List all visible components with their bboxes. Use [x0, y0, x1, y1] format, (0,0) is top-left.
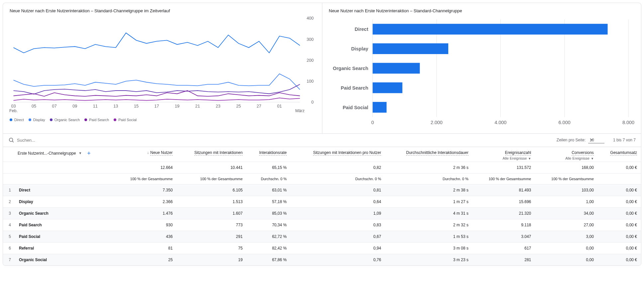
- svg-text:07: 07: [52, 104, 57, 109]
- col-neue-nutzer[interactable]: ↓Neue Nutzer: [114, 147, 177, 162]
- svg-text:21: 21: [195, 104, 200, 109]
- search-icon: [8, 137, 14, 143]
- row-name: Direct: [15, 184, 114, 196]
- bar-chart-panel: Neue Nutzer nach Erste Nutzerinteraktion…: [322, 3, 641, 133]
- svg-text:03: 03: [11, 104, 16, 109]
- svg-text:23: 23: [216, 104, 220, 109]
- col-umsatz[interactable]: Gesamtumsatz: [598, 147, 641, 162]
- svg-text:Paid Search: Paid Search: [341, 85, 368, 91]
- svg-text:15: 15: [134, 104, 139, 109]
- row-index: 4: [3, 219, 15, 231]
- svg-rect-32: [373, 24, 607, 35]
- dimension-selector[interactable]: Erste Nutzerint...-Channelgruppe: [18, 151, 76, 156]
- row-name: Organic Search: [15, 207, 114, 219]
- svg-text:400: 400: [307, 16, 314, 21]
- svg-text:25: 25: [236, 104, 241, 109]
- add-dimension-button[interactable]: +: [87, 150, 91, 156]
- line-chart[interactable]: 0100200300400030507091113151719212325270…: [10, 16, 315, 115]
- svg-text:Paid Social: Paid Social: [343, 105, 368, 110]
- col-dauer[interactable]: Durchschnittliche Interaktionsdauer: [385, 147, 473, 162]
- search-input[interactable]: [17, 138, 554, 143]
- totals-row: 12.664 10.441 65,15 % 0,82 2 m 36 s 131.…: [3, 162, 641, 173]
- legend-item[interactable]: Display: [29, 118, 45, 122]
- chevron-down-icon: ▼: [78, 151, 82, 155]
- sort-descending-icon: ↓: [147, 150, 149, 155]
- legend-item[interactable]: Paid Social: [114, 118, 137, 122]
- row-name: Paid Search: [15, 219, 114, 231]
- legend-item[interactable]: Paid Search: [84, 118, 109, 122]
- row-index: 2: [3, 196, 15, 207]
- svg-rect-36: [373, 63, 420, 73]
- table-row[interactable]: 4Paid Search93077370,34 %0,832 m 32 s9.1…: [3, 219, 641, 231]
- table-row[interactable]: 6Referral817582,42 %0,943 m 08 s6170,000…: [3, 242, 641, 254]
- svg-text:0: 0: [311, 100, 314, 105]
- svg-text:0: 0: [371, 120, 374, 125]
- row-index: 6: [3, 242, 15, 254]
- col-sitzungen[interactable]: Sitzungen mit Interaktionen: [177, 147, 247, 162]
- table-row[interactable]: 5Paid Social43629162,72 %0,671 m 53 s3.0…: [3, 231, 641, 242]
- chevron-down-icon: ▼: [528, 157, 531, 160]
- legend-item[interactable]: Organic Search: [50, 118, 80, 122]
- row-name: Organic Social: [15, 254, 114, 265]
- row-name: Referral: [15, 242, 114, 254]
- svg-rect-40: [373, 102, 386, 112]
- svg-text:05: 05: [32, 104, 36, 109]
- rows-per-page-select[interactable]: 10: [588, 137, 604, 143]
- svg-text:19: 19: [175, 104, 179, 109]
- svg-text:Direct: Direct: [355, 27, 368, 32]
- chevron-down-icon: ▼: [591, 157, 594, 160]
- svg-text:Organic Search: Organic Search: [333, 66, 368, 71]
- svg-text:200: 200: [307, 58, 314, 63]
- svg-text:6.000: 6.000: [558, 120, 570, 125]
- svg-text:300: 300: [307, 37, 314, 42]
- table-row[interactable]: 1Direct7.3506.10563,01 %0,812 m 38 s81.4…: [3, 184, 641, 196]
- svg-text:4.000: 4.000: [494, 120, 506, 125]
- row-index: 3: [3, 207, 15, 219]
- row-index: 5: [3, 231, 15, 242]
- row-name: Display: [15, 196, 114, 207]
- totals-sub-row: 100 % der Gesamtsumme 100 % der Gesamtsu…: [3, 173, 641, 184]
- line-chart-title: Neue Nutzer nach Erste Nutzerinteraktion…: [10, 8, 315, 13]
- table-toolbar: Zeilen pro Seite: 10 1 bis 7 von 7: [3, 134, 641, 147]
- svg-text:11: 11: [93, 104, 98, 109]
- col-pro-nutzer[interactable]: Sitzungen mit Interaktionen pro Nutzer: [291, 147, 385, 162]
- svg-line-43: [12, 141, 13, 142]
- svg-text:09: 09: [72, 104, 77, 109]
- data-table: Erste Nutzerint...-Channelgruppe ▼ + ↓Ne…: [3, 147, 641, 265]
- col-conversions[interactable]: Conversions Alle Ereignisse▼: [535, 147, 598, 162]
- bar-chart-title: Neue Nutzer nach Erste Nutzerinteraktion…: [329, 8, 635, 13]
- svg-text:März: März: [295, 109, 304, 113]
- svg-text:8.000: 8.000: [622, 120, 634, 125]
- svg-text:13: 13: [113, 104, 118, 109]
- svg-text:01: 01: [277, 104, 282, 109]
- svg-rect-38: [373, 82, 402, 93]
- svg-text:2.000: 2.000: [430, 120, 442, 125]
- col-rate[interactable]: Interaktionsrate: [247, 147, 291, 162]
- line-chart-legend: DirectDisplayOrganic SearchPaid SearchPa…: [10, 118, 315, 122]
- row-index: 1: [3, 184, 15, 196]
- table-row[interactable]: 3Organic Search1.4761.60785,03 %1,094 m …: [3, 207, 641, 219]
- row-index: 7: [3, 254, 15, 265]
- analytics-card: Neue Nutzer nach Erste Nutzerinteraktion…: [3, 3, 641, 266]
- legend-item[interactable]: Direct: [10, 118, 24, 122]
- col-ereignis[interactable]: Ereignisanzahl Alle Ereignisse▼: [473, 147, 535, 162]
- table-row[interactable]: 2Display2.3661.51357,18 %0,641 m 27 s15.…: [3, 196, 641, 207]
- svg-point-42: [9, 138, 13, 142]
- page-status: 1 bis 7 von 7: [613, 138, 636, 142]
- line-chart-panel: Neue Nutzer nach Erste Nutzerinteraktion…: [3, 3, 322, 133]
- row-name: Paid Social: [15, 231, 114, 242]
- svg-rect-34: [373, 43, 448, 54]
- rows-per-page-label: Zeilen pro Seite:: [557, 138, 586, 142]
- svg-text:100: 100: [307, 79, 314, 84]
- bar-chart[interactable]: 02.0004.0006.0008.000DirectDisplayOrgani…: [329, 16, 635, 129]
- svg-text:Display: Display: [351, 46, 368, 51]
- svg-text:Feb.: Feb.: [10, 109, 18, 113]
- svg-text:27: 27: [257, 104, 261, 109]
- table-row[interactable]: 7Organic Social251967,86 %0,763 m 23 s28…: [3, 254, 641, 265]
- svg-text:17: 17: [154, 104, 159, 109]
